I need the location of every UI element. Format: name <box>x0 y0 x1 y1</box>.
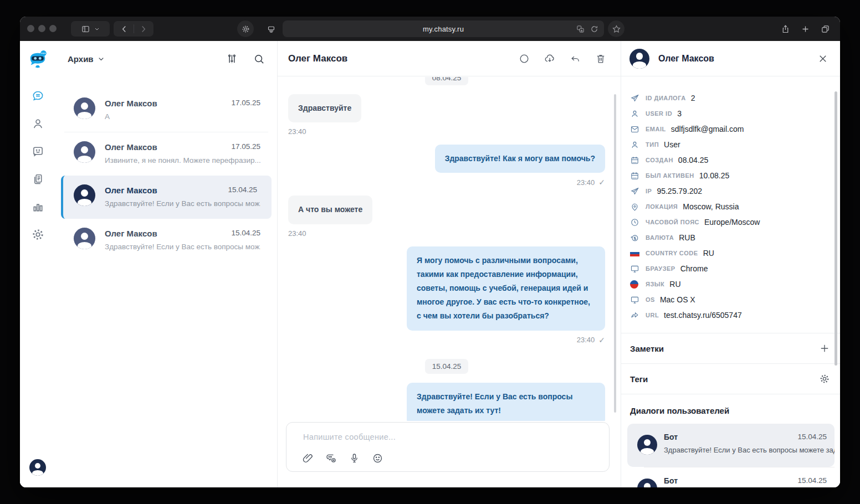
tags-section: Теги <box>621 363 840 394</box>
link-arrow-icon <box>630 311 639 320</box>
attribute-value: Europe/Moscow <box>704 218 760 227</box>
window-zoom-button[interactable] <box>49 25 57 32</box>
message-input[interactable] <box>303 433 598 441</box>
mark-unread-circle-icon[interactable] <box>519 53 530 64</box>
toolbar-page-button[interactable] <box>263 20 279 37</box>
dialog-date: 15.04.25 <box>797 433 827 441</box>
dialog-preview <box>627 485 835 487</box>
sidebar-item-analytics[interactable] <box>32 200 44 213</box>
attribute-label: ВАЛЮТА <box>646 234 674 241</box>
address-bar[interactable]: my.chatsy.ru <box>283 20 604 37</box>
folder-dropdown[interactable]: Архив <box>68 54 105 64</box>
close-details-button[interactable] <box>818 54 828 64</box>
person-icon <box>630 140 639 150</box>
reload-icon[interactable] <box>590 25 598 33</box>
message-time: 23:40 <box>288 127 306 136</box>
attribute-value: test.chatsy.ru/6505747 <box>664 311 742 320</box>
calendar-icon <box>630 171 639 181</box>
notes-title: Заметки <box>630 344 664 353</box>
user-dialog-item[interactable]: 15.04.25Бот <box>627 467 835 487</box>
details-header: Олег Максов <box>621 41 840 76</box>
window-minimize-button[interactable] <box>38 25 45 32</box>
cloud-download-icon[interactable] <box>544 53 555 64</box>
chat-list-tools <box>226 53 265 65</box>
filter-sliders-icon[interactable] <box>226 53 238 65</box>
user-dialogs-list: 15.04.25БотЗдравствуйте! Если у Вас есть… <box>627 424 835 487</box>
share-icon <box>781 24 790 34</box>
attribute-value: RUB <box>679 233 695 242</box>
user-attribute-row: БЫЛ АКТИВЕН10.08.25 <box>621 168 840 183</box>
attribute-value: 08.04.25 <box>678 156 709 164</box>
attribute-label: ТИП <box>646 141 659 148</box>
chat-list-pane: Архив 17.05.25Олег МаксовА17.05.25Олег М… <box>55 41 277 487</box>
plus-icon <box>801 24 810 34</box>
sidebar-item-chats[interactable] <box>32 90 44 102</box>
new-tab-button[interactable] <box>797 20 813 37</box>
user-attribute-row: URLtest.chatsy.ru/6505747 <box>621 307 840 323</box>
manage-tags-button[interactable] <box>819 373 830 384</box>
message-bubble: Здравствуйте! Как я могу вам помочь? <box>435 145 605 173</box>
trash-icon[interactable] <box>595 53 606 64</box>
rail-nav <box>20 90 55 241</box>
user-attribute-row: СОЗДАН08.04.25 <box>621 152 840 168</box>
tab-overview-button[interactable] <box>817 20 833 37</box>
add-note-button[interactable] <box>819 343 830 354</box>
chat-list-item[interactable]: 17.05.25Олег МаксовА <box>55 89 277 132</box>
forward-icon[interactable] <box>139 24 148 34</box>
envelope-icon <box>630 125 639 134</box>
chat-list-item[interactable]: 15.04.25Олег МаксовЗдравствуйте! Если у … <box>61 176 272 219</box>
attribute-value: 10.08.25 <box>699 171 730 180</box>
attribute-value: Chrome <box>680 264 708 273</box>
translate-icon[interactable] <box>576 25 585 33</box>
outgoing-message: Здравствуйте! Как я могу вам помочь?23:4… <box>288 145 605 187</box>
page-settings-button[interactable] <box>237 20 254 37</box>
back-icon[interactable] <box>120 24 129 34</box>
message-list: 08.04.25Здравствуйте23:40Здравствуйте! К… <box>277 77 621 421</box>
sidebar-item-contacts[interactable] <box>32 117 44 130</box>
reply-icon[interactable] <box>570 53 581 64</box>
window-close-button[interactable] <box>27 25 34 32</box>
sidebar-item-bot[interactable] <box>32 145 44 158</box>
microphone-icon[interactable] <box>349 452 360 464</box>
notes-section: Заметки <box>621 333 840 363</box>
url-text: my.chatsy.ru <box>423 25 464 33</box>
attribute-label: OS <box>646 296 655 303</box>
message-bubble: Здравствуйте! Если у Вас есть вопросы мо… <box>407 383 605 421</box>
date-chip: 15.04.25 <box>425 359 469 374</box>
clock-icon <box>630 218 639 227</box>
sidebar-rail <box>20 41 55 487</box>
chat-item-date: 17.05.25 <box>231 142 260 151</box>
attribute-label: URL <box>646 312 659 318</box>
app-logo[interactable] <box>27 50 48 71</box>
attachment-icon[interactable] <box>302 452 314 464</box>
chat-item-preview: Здравствуйте! Если у Вас есть вопросы мо… <box>105 199 260 208</box>
chat-list-item[interactable]: 15.04.25Олег МаксовЗдравствуйте! Если у … <box>55 219 277 262</box>
user-dialogs-section: Диалоги пользователей <box>621 394 840 415</box>
messages-scrollbar[interactable] <box>614 94 616 413</box>
search-icon[interactable] <box>253 53 265 65</box>
attribute-value: User <box>664 140 680 149</box>
avatar <box>74 228 95 249</box>
avatar <box>637 435 657 455</box>
attribute-label: СОЗДАН <box>646 157 673 163</box>
attribute-label: БЫЛ АКТИВЕН <box>646 172 694 179</box>
sidebar-item-settings[interactable] <box>32 228 44 241</box>
bookmark-star-button[interactable] <box>608 20 624 37</box>
message-meta: 23:40✓ <box>577 336 605 344</box>
user-dialog-item[interactable]: 15.04.25БотЗдравствуйте! Если у Вас есть… <box>627 424 835 467</box>
emoji-icon[interactable] <box>372 452 383 464</box>
composer-tools <box>302 452 383 464</box>
attribute-value: RU <box>703 249 714 258</box>
share-button[interactable] <box>777 20 794 37</box>
sidebar-toggle-button[interactable] <box>71 21 110 37</box>
sidebar-item-templates[interactable] <box>32 173 44 186</box>
read-check-icon: ✓ <box>598 336 605 344</box>
user-attribute-row: ТИПUser <box>621 137 840 152</box>
account-avatar[interactable] <box>29 459 46 476</box>
user-attribute-row: БРАУЗЕРChrome <box>621 261 840 276</box>
incoming-message: А что вы можете23:40 <box>288 196 605 237</box>
details-scrollbar[interactable] <box>835 91 837 366</box>
sidebar-icon <box>81 24 90 34</box>
chat-list-item[interactable]: 17.05.25Олег МаксовИзвините, я не понял.… <box>55 132 277 176</box>
quick-replies-icon[interactable] <box>325 452 337 464</box>
